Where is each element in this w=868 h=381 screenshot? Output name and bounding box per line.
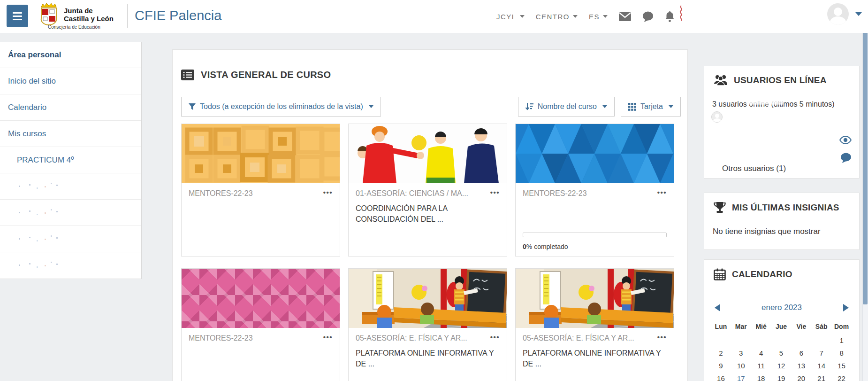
calendar-day: 9	[711, 360, 731, 373]
course-card[interactable]: 05-ASESORÍA: E. FÍSICA Y AR... ••• PLATA…	[348, 268, 507, 381]
calendar-day	[711, 335, 731, 348]
next-month-arrow[interactable]	[843, 304, 849, 311]
calendar-day: 5	[771, 348, 792, 360]
calendar-day	[791, 335, 811, 348]
calendar-icon	[714, 268, 726, 280]
sort-dropdown[interactable]: Nombre del curso	[518, 97, 615, 117]
course-title[interactable]: COORDINACIÓN PARA LA CONSOLIDACIÓN DEL .…	[356, 203, 500, 225]
notifications-button[interactable]	[665, 11, 675, 22]
nav-centro[interactable]: CENTRO	[536, 13, 578, 21]
calendar-day: 18	[751, 373, 771, 381]
course-overview-header: VISTA GENERAL DE CURSO	[181, 70, 331, 80]
calendar-day: 7	[811, 348, 831, 360]
calendar-day	[751, 335, 771, 348]
course-image-cartoon-people[interactable]	[349, 124, 507, 183]
chevron-down-icon	[573, 15, 578, 18]
nav-jcyl[interactable]: JCYL	[496, 13, 525, 21]
calendar-day: 15	[831, 360, 852, 373]
eye-icon	[839, 136, 852, 144]
course-card[interactable]: MENTORES-22-23 •••	[181, 124, 340, 257]
course-image-blue-triangles[interactable]	[516, 124, 674, 183]
course-category[interactable]: MENTORES-22-23	[523, 189, 587, 198]
calendar-block: CALENDARIO enero 2023 Lun Mar Mié Jue Vi…	[704, 259, 860, 381]
course-image-classroom-photo[interactable]	[349, 269, 507, 328]
card-menu-button[interactable]: •••	[320, 189, 333, 195]
course-category[interactable]: 05-ASESORÍA: E. FÍSICA Y AR...	[523, 334, 634, 342]
course-card[interactable]: 05-ASESORÍA: E. FÍSICA Y AR... ••• PLATA…	[515, 268, 674, 381]
calendar-nav: enero 2023	[704, 303, 859, 312]
course-overview-panel: VISTA GENERAL DE CURSO Todos (a excepció…	[172, 49, 688, 381]
online-user-avatar[interactable]	[711, 111, 723, 123]
chat-icon	[642, 11, 654, 22]
nav-language-es[interactable]: ES	[589, 13, 608, 21]
chat-button[interactable]	[642, 11, 654, 22]
calendar-day: 13	[791, 360, 811, 373]
page-title: VISTA GENERAL DE CURSO	[201, 70, 331, 80]
latest-badges-block: MIS ÚLTIMAS INSIGNIAS No tiene insignias…	[704, 193, 860, 250]
jcyl-logo[interactable]: Junta de Castilla y León Consejería de E…	[38, 1, 124, 32]
progress-bar	[523, 233, 667, 237]
course-card[interactable]: 01-ASESORÍA: CIENCIAS / MA... ••• COORDI…	[348, 124, 507, 257]
user-menu[interactable]	[827, 3, 862, 25]
nav-drawer: Área personal Inicio del sitio Calendari…	[0, 42, 142, 279]
header-divider	[127, 4, 128, 28]
course-filter-dropdown[interactable]: Todos (a excepción de los eliminados de …	[181, 97, 381, 117]
block-title: USUARIOS EN LÍNEA	[734, 75, 827, 86]
chevron-down-icon	[602, 105, 607, 108]
redaction-smudge	[747, 99, 784, 105]
calendar-day: 22	[831, 373, 852, 381]
sidebar-item-practicum-4[interactable]: PRACTICUM 4º	[0, 147, 141, 173]
calendar-day	[811, 335, 831, 348]
display-mode-dropdown[interactable]: Tarjeta	[621, 97, 681, 117]
message-user-button[interactable]	[840, 153, 852, 163]
course-category[interactable]: 01-ASESORÍA: CIENCIAS / MA...	[356, 189, 468, 198]
sidebar-item-redacted	[0, 173, 141, 200]
card-menu-button[interactable]: •••	[655, 189, 667, 195]
calendar-day: 11	[751, 360, 771, 373]
course-image-pink-diamonds[interactable]	[182, 269, 340, 328]
calendar-day-today[interactable]: 17	[731, 373, 751, 381]
right-sidebar: USUARIOS EN LÍNEA 3 usuarios online (últ…	[704, 66, 860, 381]
hamburger-menu-button[interactable]	[7, 5, 28, 27]
messages-mail-button[interactable]	[619, 12, 631, 21]
other-users-count: Otros usuarios (1)	[722, 164, 786, 173]
course-image-amber-squares[interactable]	[182, 124, 340, 183]
course-card[interactable]: MENTORES-22-23 ••• 0% completado	[515, 124, 674, 257]
list-icon	[181, 70, 194, 80]
badges-empty-message: No tiene insignias que mostrar	[713, 227, 821, 236]
calendar-day: 2	[711, 348, 731, 360]
course-category[interactable]: MENTORES-22-23	[189, 189, 253, 198]
sidebar-item-inicio-del-sitio[interactable]: Inicio del sitio	[0, 68, 141, 94]
course-title[interactable]: PLATAFORMA ONLINE INFORMATIVA Y DE ...	[523, 348, 667, 369]
calendar-month-label: enero 2023	[761, 303, 802, 312]
show-users-button[interactable]	[839, 136, 852, 144]
calendar-day: 20	[791, 373, 811, 381]
calendar-day	[731, 335, 751, 348]
course-category[interactable]: 05-ASESORÍA: E. FÍSICA Y AR...	[356, 334, 467, 342]
course-title[interactable]: PLATAFORMA ONLINE INFORMATIVA Y DE ...	[356, 348, 500, 369]
card-menu-button[interactable]: •••	[320, 334, 333, 340]
calendar-day: 16	[711, 373, 731, 381]
calendar-day: 6	[791, 348, 811, 360]
calendar-day: 1	[831, 335, 852, 348]
online-users-status: 3 usuarios online (últimos 5 minutos)	[712, 100, 858, 109]
previous-month-arrow[interactable]	[715, 304, 720, 311]
course-category[interactable]: MENTORES-22-23	[189, 334, 253, 342]
scrollbar-thumb[interactable]	[863, 0, 868, 304]
card-menu-button[interactable]: •••	[487, 189, 500, 195]
course-card[interactable]: MENTORES-22-23 •••	[181, 268, 340, 381]
chevron-down-icon	[855, 12, 862, 16]
card-menu-button[interactable]: •••	[655, 334, 667, 340]
sidebar-item-mis-cursos[interactable]: Mis cursos	[0, 121, 141, 147]
course-image-classroom-photo[interactable]	[516, 269, 674, 328]
chevron-down-icon	[669, 105, 673, 108]
sidebar-item-area-personal[interactable]: Área personal	[0, 42, 141, 68]
calendar-day: 3	[731, 348, 751, 360]
jcyl-coat-of-arms-icon	[38, 2, 60, 26]
card-menu-button[interactable]: •••	[487, 334, 500, 340]
calendar-day: 21	[811, 373, 831, 381]
sidebar-item-calendario[interactable]: Calendario	[0, 94, 141, 121]
sort-icon	[525, 103, 533, 111]
sidebar-item-redacted	[0, 252, 141, 279]
site-title[interactable]: CFIE Palencia	[135, 8, 221, 23]
